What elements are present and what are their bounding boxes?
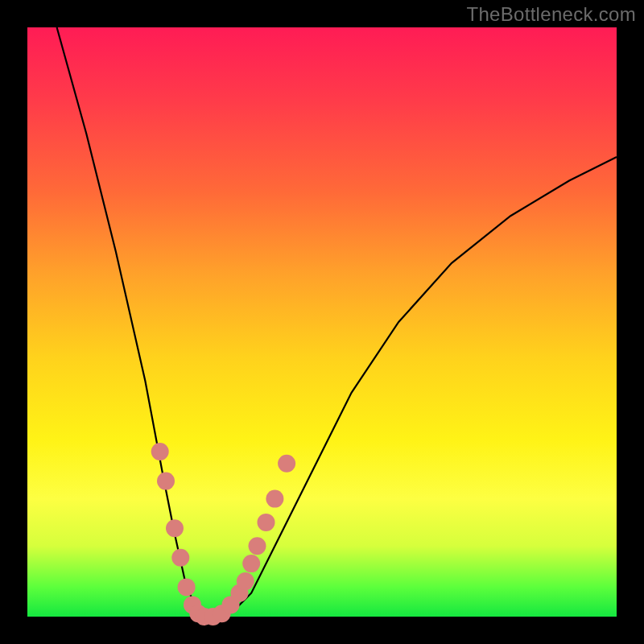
data-marker — [237, 572, 254, 590]
data-marker — [157, 473, 175, 490]
marker-group — [151, 443, 295, 625]
data-marker — [151, 443, 169, 460]
data-marker — [278, 455, 295, 473]
data-marker — [266, 490, 283, 508]
data-marker — [242, 555, 260, 572]
watermark-text: TheBottleneck.com — [466, 3, 636, 26]
data-marker — [166, 519, 184, 537]
data-marker — [171, 549, 189, 567]
plot-area — [27, 27, 617, 617]
curve-path — [57, 27, 617, 617]
chart-frame: TheBottleneck.com — [0, 0, 644, 644]
data-marker — [249, 537, 266, 555]
data-marker — [258, 514, 275, 531]
data-marker — [178, 578, 196, 596]
chart-svg — [27, 27, 617, 617]
